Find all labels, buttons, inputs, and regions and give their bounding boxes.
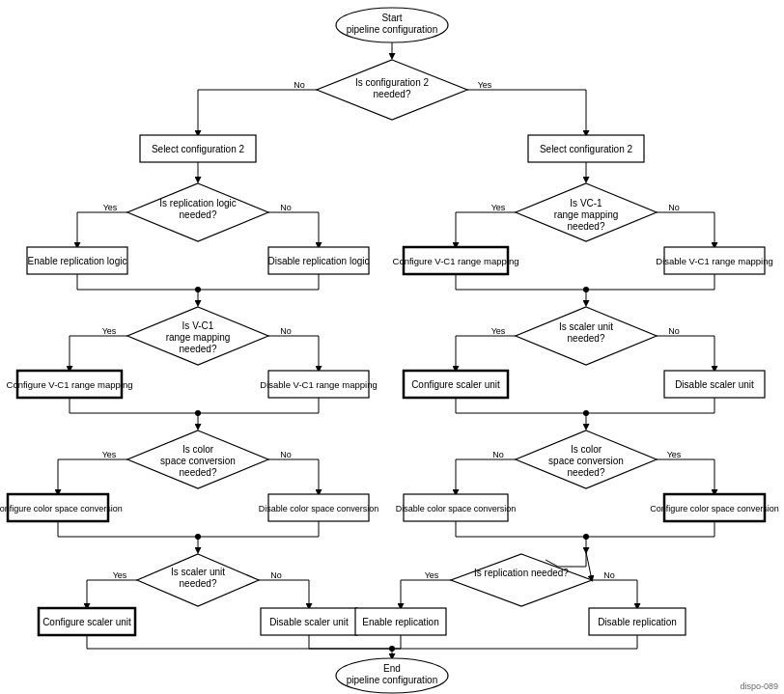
- dis-rep: Disable replication: [598, 617, 677, 627]
- cfg-vc1-right: Configure V-C1 range mapping: [393, 256, 519, 266]
- yl8: Yes: [667, 450, 682, 459]
- en-rep: Enable replication: [362, 617, 439, 627]
- sel-cfg-right: Select configuration 2: [540, 144, 633, 154]
- nl4: No: [280, 450, 292, 459]
- cfg-col-left: Configure color space conversion: [0, 504, 123, 514]
- start-text2: pipeline configuration: [347, 24, 438, 35]
- sel-cfg-left: Select configuration 2: [152, 144, 245, 154]
- qvc1rc: needed?: [568, 221, 605, 232]
- qcolr: Is color: [571, 444, 602, 455]
- nl2: No: [280, 203, 292, 212]
- qvc1lb: range mapping: [166, 332, 231, 343]
- qscalr: Is scaler unit: [559, 321, 613, 332]
- qscall: Is scaler unit: [171, 567, 225, 577]
- start-text1: Start: [381, 13, 402, 23]
- svg-marker-219: [451, 554, 592, 606]
- qreplogb: needed?: [180, 209, 217, 220]
- qcolrc: needed?: [568, 467, 605, 478]
- qcolrb: space conversion: [548, 456, 624, 466]
- yl2: Yes: [103, 203, 118, 212]
- en-rep-logic: Enable replication logic: [28, 256, 127, 266]
- dis-col-left: Disable color space conversion: [259, 504, 379, 514]
- wm: dispo-089: [740, 681, 778, 691]
- nl8: No: [492, 450, 504, 459]
- qcoll: Is color: [182, 444, 214, 455]
- dis-vc1-left: Disable V-C1 range mapping: [260, 379, 377, 390]
- qvc1l: Is V-C1: [182, 320, 214, 331]
- diagram-main: Start pipeline configuration Is configur…: [0, 0, 784, 694]
- cfg-col-right: Configure color space conversion: [650, 504, 779, 514]
- nl7: No: [668, 326, 680, 336]
- cfg-scal-left: Configure scaler unit: [42, 617, 131, 627]
- yl9: Yes: [425, 570, 439, 580]
- no1: No: [294, 80, 305, 90]
- dis-vc1-right: Disable V-C1 range mapping: [656, 256, 772, 266]
- end-text1: End: [383, 663, 401, 674]
- qscallb: needed?: [180, 578, 217, 589]
- cfg-vc1-left: Configure V-C1 range mapping: [7, 379, 133, 390]
- dis-rep-logic: Disable replication logic: [267, 256, 369, 266]
- qcollb: space conversion: [160, 456, 236, 466]
- nl6: No: [668, 203, 680, 212]
- nl3: No: [280, 326, 292, 336]
- yes1: Yes: [478, 80, 492, 90]
- qscalrb: needed?: [568, 333, 605, 344]
- qreplog: Is replication logic: [159, 198, 236, 208]
- qvc1lc: needed?: [180, 344, 217, 354]
- dis-scal-left: Disable scaler unit: [269, 617, 349, 627]
- q2a: Is configuration 2: [355, 77, 430, 88]
- dis-scal-right: Disable scaler unit: [675, 379, 754, 390]
- end-text2: pipeline configuration: [347, 675, 438, 685]
- nl5: No: [270, 570, 282, 580]
- nl9: No: [603, 570, 615, 580]
- cfg-scal-right: Configure scaler unit: [411, 379, 500, 390]
- q2b: needed?: [374, 89, 411, 99]
- qvc1r: Is VC-1: [570, 198, 602, 208]
- qvc1rb: range mapping: [554, 209, 619, 220]
- yl7: Yes: [491, 326, 506, 336]
- yl5: Yes: [113, 570, 127, 580]
- dis-col-right: Disable color space conversion: [396, 504, 517, 514]
- svg-line-235: [586, 552, 592, 580]
- yl6: Yes: [491, 203, 506, 212]
- yl3: Yes: [102, 326, 117, 336]
- qrep: Is replication needed?: [474, 568, 569, 578]
- yl4: Yes: [102, 450, 117, 459]
- qcollc: needed?: [180, 467, 217, 478]
